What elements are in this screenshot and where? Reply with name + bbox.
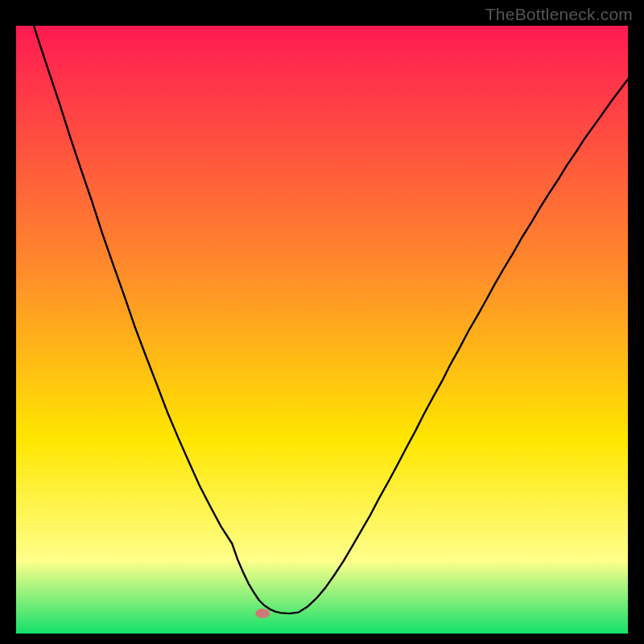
chart-frame	[16, 26, 628, 634]
watermark-text: TheBottleneck.com	[485, 5, 633, 24]
bottleneck-chart	[16, 26, 628, 634]
optimal-marker	[255, 609, 270, 618]
gradient-background	[16, 26, 628, 634]
